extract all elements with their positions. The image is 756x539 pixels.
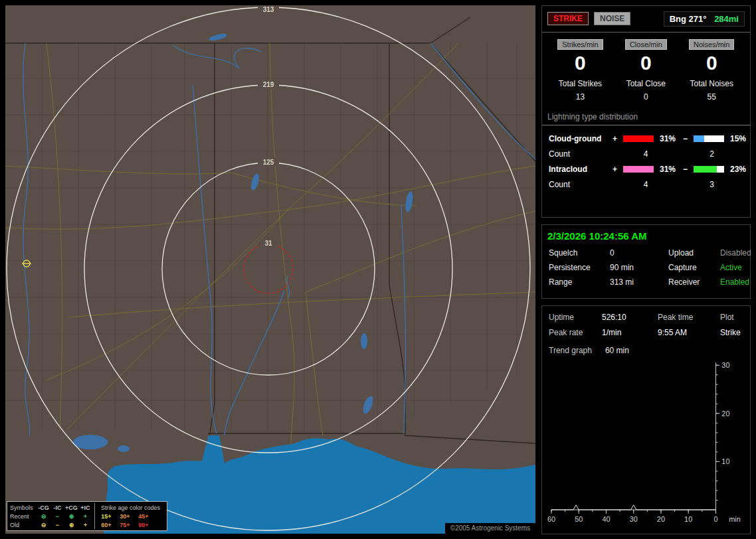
cg-minus-bar	[694, 135, 724, 142]
legend-recent-label: Recent	[10, 513, 37, 520]
ic-plus-bar-fill	[623, 166, 654, 173]
intracloud-row: Intracloud + 31% − 23%	[547, 161, 745, 177]
legend-recent-row: Recent ⊖ − ⊕ + 15+ 30+ 45+	[10, 512, 164, 520]
cg-plus-count: 4	[613, 149, 679, 159]
range-value: 313 mi	[610, 277, 668, 287]
close-per-min-label[interactable]: Close/min	[625, 39, 667, 50]
trend-window-value: 60 min	[605, 346, 629, 355]
map-canvas[interactable]: 313 219 125 31	[5, 5, 535, 534]
copyright-text: ©2005 Astrogenic Systems	[445, 523, 535, 534]
uptime-label: Uptime	[549, 313, 602, 322]
total-noises-value: 55	[679, 92, 745, 102]
legend-col-neg-cg: -CG	[37, 504, 50, 511]
strikes-per-min-value: 0	[547, 51, 613, 75]
cloud-ground-count-row: Count 4 2	[547, 147, 745, 161]
bearing-range: 284mi	[714, 14, 739, 24]
svg-text:30: 30	[630, 515, 638, 523]
stats-grid: Uptime 526:10 Peak time Plot Peak rate 1…	[547, 310, 745, 337]
legend-divider	[94, 503, 95, 512]
upload-status: Disabled	[720, 248, 751, 258]
cg-plus-pct: 31%	[656, 134, 683, 143]
settings-grid: Squelch 0 Upload Disabled Persistence 90…	[547, 246, 745, 287]
capture-status: Active	[720, 263, 751, 272]
ic-minus-pct: 23%	[727, 165, 746, 174]
noise-button[interactable]: NOISE	[594, 12, 630, 25]
counters-box: STRIKE NOISE Bng 271° 284mi Strikes/min …	[541, 5, 751, 218]
cg-count-label: Count	[549, 149, 613, 159]
svg-text:0: 0	[713, 515, 717, 523]
intracloud-label: Intracloud	[549, 165, 613, 174]
peak-time-value: 9:55 AM	[658, 328, 720, 337]
strike-button[interactable]: STRIKE	[547, 12, 589, 25]
svg-text:20: 20	[721, 410, 729, 418]
recent-neg-cg-icon: ⊖	[37, 513, 50, 520]
noises-counter: Noises/min 0 Total Noises 55	[679, 38, 745, 102]
recent-neg-ic-icon: −	[50, 513, 64, 520]
old-pos-cg-icon: ⊕	[64, 522, 78, 528]
noises-per-min-value: 0	[679, 51, 745, 75]
ring-label-outer: 313	[263, 6, 274, 13]
svg-text:40: 40	[602, 515, 610, 523]
total-close-label: Total Close	[613, 79, 679, 88]
age-30: 30+	[116, 513, 134, 520]
recent-pos-ic-icon: +	[78, 513, 92, 520]
noises-per-min-label[interactable]: Noises/min	[689, 39, 734, 50]
distribution-title: Lightning type distribution	[542, 112, 750, 125]
mode-controls: STRIKE NOISE Bng 271° 284mi	[547, 10, 745, 27]
svg-text:30: 30	[721, 361, 729, 369]
cloud-ground-row: Cloud-ground + 31% − 15%	[547, 131, 745, 147]
ic-plus-bar	[623, 166, 654, 173]
svg-text:50: 50	[575, 515, 583, 523]
total-strikes-value: 13	[547, 92, 613, 102]
capture-label: Capture	[668, 263, 720, 272]
persistence-label: Persistence	[549, 263, 610, 272]
cg-minus-pct: 15%	[727, 134, 746, 143]
datetime-display: 2/3/2026 10:24:56 AM	[547, 229, 745, 246]
ic-minus-bar	[694, 166, 724, 173]
app-window: 313 219 125 31 Symbols -CG -IC +CG +IC S…	[0, 0, 756, 539]
bearing-display: Bng 271° 284mi	[664, 11, 745, 27]
svg-text:10: 10	[721, 457, 729, 465]
intracloud-count-row: Count 4 3	[547, 177, 745, 192]
legend-col-neg-ic: -IC	[50, 504, 64, 511]
upload-label: Upload	[668, 248, 720, 258]
close-per-min-value: 0	[613, 51, 679, 75]
total-close-value: 0	[613, 92, 679, 102]
old-neg-ic-icon: −	[50, 522, 64, 528]
old-pos-ic-icon: +	[78, 522, 92, 528]
side-panel: STRIKE NOISE Bng 271° 284mi Strikes/min …	[541, 5, 751, 534]
separator	[542, 32, 750, 33]
map-area[interactable]: 313 219 125 31 Symbols -CG -IC +CG +IC S…	[5, 5, 535, 534]
receiver-status: Enabled	[720, 277, 751, 287]
plot-value: Strike	[720, 328, 743, 337]
legend-divider	[94, 520, 95, 529]
trend-graph: 1020306050403020100min	[547, 358, 745, 527]
legend-col-pos-ic: +IC	[78, 504, 92, 511]
receiver-label: Receiver	[668, 277, 720, 287]
strikes-per-min-label[interactable]: Strikes/min	[557, 39, 603, 50]
legend-age-header: Strike age color codes	[97, 504, 164, 511]
cg-plus-bar	[623, 135, 654, 142]
rate-counters: Strikes/min 0 Total Strikes 13 Close/min…	[547, 35, 745, 102]
recent-pos-cg-icon: ⊕	[64, 513, 78, 520]
squelch-value: 0	[610, 248, 668, 258]
ic-minus-count: 3	[679, 180, 745, 189]
persistence-value: 90 min	[610, 263, 668, 272]
age-90: 90+	[134, 522, 153, 528]
svg-text:min: min	[729, 515, 741, 523]
svg-text:20: 20	[657, 515, 665, 523]
ic-minus-bar-fill	[694, 166, 717, 173]
peak-rate-label: Peak rate	[549, 328, 602, 337]
age-75: 75+	[116, 522, 134, 528]
plus-sign: +	[613, 134, 623, 143]
plot-label: Plot	[720, 313, 743, 322]
range-label: Range	[549, 277, 610, 287]
peak-rate-value: 1/min	[602, 328, 658, 337]
ring-label-middle: 219	[263, 81, 274, 88]
cloud-ground-label: Cloud-ground	[549, 134, 613, 143]
map-legend: Symbols -CG -IC +CG +IC Strike age color…	[7, 501, 167, 531]
legend-symbols-header: Symbols	[10, 504, 37, 511]
svg-text:10: 10	[684, 515, 692, 523]
total-strikes-label: Total Strikes	[547, 79, 613, 88]
plus-sign: +	[613, 165, 623, 174]
